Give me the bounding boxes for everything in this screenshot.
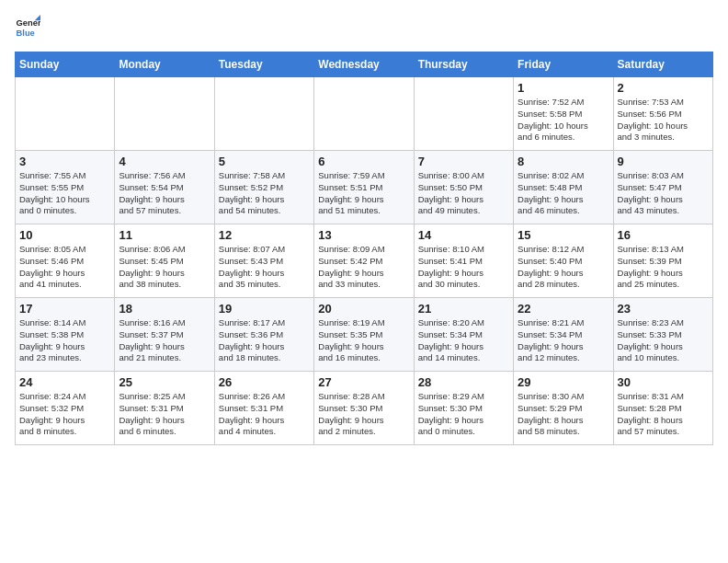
calendar-cell: 14Sunrise: 8:10 AM Sunset: 5:41 PM Dayli… <box>414 224 513 298</box>
calendar-cell: 23Sunrise: 8:23 AM Sunset: 5:33 PM Dayli… <box>613 298 712 372</box>
svg-text:Blue: Blue <box>17 29 35 38</box>
day-info: Sunrise: 7:52 AM Sunset: 5:58 PM Dayligh… <box>518 97 609 144</box>
calendar-cell: 24Sunrise: 8:24 AM Sunset: 5:32 PM Dayli… <box>16 372 115 445</box>
day-info: Sunrise: 8:17 AM Sunset: 5:36 PM Dayligh… <box>219 317 310 364</box>
day-number: 30 <box>618 375 709 389</box>
day-info: Sunrise: 8:10 AM Sunset: 5:41 PM Dayligh… <box>418 244 509 291</box>
day-number: 10 <box>19 228 110 242</box>
calendar-cell: 15Sunrise: 8:12 AM Sunset: 5:40 PM Dayli… <box>514 224 613 298</box>
day-header-friday: Friday <box>514 52 613 77</box>
day-header-thursday: Thursday <box>414 52 513 77</box>
calendar-cell: 27Sunrise: 8:28 AM Sunset: 5:30 PM Dayli… <box>314 372 414 445</box>
day-number: 1 <box>518 81 609 95</box>
day-info: Sunrise: 8:05 AM Sunset: 5:46 PM Dayligh… <box>19 244 110 291</box>
day-info: Sunrise: 8:12 AM Sunset: 5:40 PM Dayligh… <box>518 244 609 291</box>
day-info: Sunrise: 8:30 AM Sunset: 5:29 PM Dayligh… <box>518 391 609 438</box>
calendar-cell: 19Sunrise: 8:17 AM Sunset: 5:36 PM Dayli… <box>214 298 313 372</box>
day-number: 28 <box>418 375 509 389</box>
calendar-cell: 28Sunrise: 8:29 AM Sunset: 5:30 PM Dayli… <box>414 372 513 445</box>
calendar-cell: 12Sunrise: 8:07 AM Sunset: 5:43 PM Dayli… <box>214 224 313 298</box>
day-number: 22 <box>518 302 609 316</box>
logo-icon: General Blue <box>15 15 40 40</box>
day-number: 21 <box>418 302 509 316</box>
day-number: 15 <box>518 228 609 242</box>
logo: General Blue <box>15 15 42 40</box>
calendar-cell: 17Sunrise: 8:14 AM Sunset: 5:38 PM Dayli… <box>16 298 115 372</box>
day-info: Sunrise: 8:03 AM Sunset: 5:47 PM Dayligh… <box>618 170 709 217</box>
day-number: 27 <box>318 375 409 389</box>
day-number: 17 <box>19 302 110 316</box>
day-info: Sunrise: 8:23 AM Sunset: 5:33 PM Dayligh… <box>618 317 709 364</box>
calendar-cell: 3Sunrise: 7:55 AM Sunset: 5:55 PM Daylig… <box>16 151 115 224</box>
calendar-cell: 1Sunrise: 7:52 AM Sunset: 5:58 PM Daylig… <box>514 77 613 151</box>
day-number: 20 <box>318 302 409 316</box>
day-header-sunday: Sunday <box>16 52 115 77</box>
day-number: 6 <box>318 155 409 168</box>
day-info: Sunrise: 8:29 AM Sunset: 5:30 PM Dayligh… <box>418 391 509 438</box>
calendar-cell: 25Sunrise: 8:25 AM Sunset: 5:31 PM Dayli… <box>115 372 214 445</box>
day-info: Sunrise: 7:53 AM Sunset: 5:56 PM Dayligh… <box>618 97 709 144</box>
calendar-cell: 4Sunrise: 7:56 AM Sunset: 5:54 PM Daylig… <box>115 151 214 224</box>
calendar-table: SundayMondayTuesdayWednesdayThursdayFrid… <box>15 52 713 445</box>
day-number: 14 <box>418 228 509 242</box>
calendar-cell: 22Sunrise: 8:21 AM Sunset: 5:34 PM Dayli… <box>514 298 613 372</box>
day-info: Sunrise: 7:56 AM Sunset: 5:54 PM Dayligh… <box>119 170 210 217</box>
day-info: Sunrise: 7:59 AM Sunset: 5:51 PM Dayligh… <box>318 170 409 217</box>
day-info: Sunrise: 8:06 AM Sunset: 5:45 PM Dayligh… <box>119 244 210 291</box>
day-info: Sunrise: 8:14 AM Sunset: 5:38 PM Dayligh… <box>19 317 110 364</box>
day-header-tuesday: Tuesday <box>214 52 313 77</box>
day-info: Sunrise: 7:58 AM Sunset: 5:52 PM Dayligh… <box>219 170 310 217</box>
day-info: Sunrise: 8:24 AM Sunset: 5:32 PM Dayligh… <box>19 391 110 438</box>
calendar-cell <box>16 77 115 151</box>
day-info: Sunrise: 8:20 AM Sunset: 5:34 PM Dayligh… <box>418 317 509 364</box>
calendar-cell: 30Sunrise: 8:31 AM Sunset: 5:28 PM Dayli… <box>613 372 712 445</box>
day-number: 5 <box>219 155 310 168</box>
week-row-2: 3Sunrise: 7:55 AM Sunset: 5:55 PM Daylig… <box>16 151 713 224</box>
day-info: Sunrise: 8:09 AM Sunset: 5:42 PM Dayligh… <box>318 244 409 291</box>
day-number: 16 <box>618 228 709 242</box>
day-header-saturday: Saturday <box>613 52 712 77</box>
day-header-monday: Monday <box>115 52 214 77</box>
day-number: 24 <box>19 375 110 389</box>
day-info: Sunrise: 8:00 AM Sunset: 5:50 PM Dayligh… <box>418 170 509 217</box>
day-info: Sunrise: 8:16 AM Sunset: 5:37 PM Dayligh… <box>119 317 210 364</box>
day-info: Sunrise: 8:02 AM Sunset: 5:48 PM Dayligh… <box>518 170 609 217</box>
calendar-cell: 16Sunrise: 8:13 AM Sunset: 5:39 PM Dayli… <box>613 224 712 298</box>
calendar-cell: 9Sunrise: 8:03 AM Sunset: 5:47 PM Daylig… <box>613 151 712 224</box>
day-number: 11 <box>119 228 210 242</box>
day-number: 9 <box>618 155 709 168</box>
week-row-5: 24Sunrise: 8:24 AM Sunset: 5:32 PM Dayli… <box>16 372 713 445</box>
day-info: Sunrise: 8:28 AM Sunset: 5:30 PM Dayligh… <box>318 391 409 438</box>
calendar-cell: 13Sunrise: 8:09 AM Sunset: 5:42 PM Dayli… <box>314 224 414 298</box>
day-number: 25 <box>119 375 210 389</box>
day-number: 18 <box>119 302 210 316</box>
day-number: 26 <box>219 375 310 389</box>
calendar-cell: 5Sunrise: 7:58 AM Sunset: 5:52 PM Daylig… <box>214 151 313 224</box>
week-row-3: 10Sunrise: 8:05 AM Sunset: 5:46 PM Dayli… <box>16 224 713 298</box>
day-info: Sunrise: 7:55 AM Sunset: 5:55 PM Dayligh… <box>19 170 110 217</box>
day-info: Sunrise: 8:19 AM Sunset: 5:35 PM Dayligh… <box>318 317 409 364</box>
calendar-cell: 26Sunrise: 8:26 AM Sunset: 5:31 PM Dayli… <box>214 372 313 445</box>
calendar-cell: 6Sunrise: 7:59 AM Sunset: 5:51 PM Daylig… <box>314 151 414 224</box>
calendar-cell: 2Sunrise: 7:53 AM Sunset: 5:56 PM Daylig… <box>613 77 712 151</box>
calendar-cell <box>314 77 414 151</box>
day-info: Sunrise: 8:07 AM Sunset: 5:43 PM Dayligh… <box>219 244 310 291</box>
week-row-4: 17Sunrise: 8:14 AM Sunset: 5:38 PM Dayli… <box>16 298 713 372</box>
week-row-1: 1Sunrise: 7:52 AM Sunset: 5:58 PM Daylig… <box>16 77 713 151</box>
day-number: 13 <box>318 228 409 242</box>
calendar-cell: 29Sunrise: 8:30 AM Sunset: 5:29 PM Dayli… <box>514 372 613 445</box>
day-number: 12 <box>219 228 310 242</box>
day-number: 4 <box>119 155 210 168</box>
day-number: 8 <box>518 155 609 168</box>
calendar-cell: 18Sunrise: 8:16 AM Sunset: 5:37 PM Dayli… <box>115 298 214 372</box>
calendar-cell: 8Sunrise: 8:02 AM Sunset: 5:48 PM Daylig… <box>514 151 613 224</box>
day-number: 23 <box>618 302 709 316</box>
day-number: 2 <box>618 81 709 95</box>
calendar-cell: 10Sunrise: 8:05 AM Sunset: 5:46 PM Dayli… <box>16 224 115 298</box>
day-number: 19 <box>219 302 310 316</box>
calendar-cell: 7Sunrise: 8:00 AM Sunset: 5:50 PM Daylig… <box>414 151 513 224</box>
day-number: 7 <box>418 155 509 168</box>
day-info: Sunrise: 8:25 AM Sunset: 5:31 PM Dayligh… <box>119 391 210 438</box>
calendar-cell: 11Sunrise: 8:06 AM Sunset: 5:45 PM Dayli… <box>115 224 214 298</box>
calendar-cell: 20Sunrise: 8:19 AM Sunset: 5:35 PM Dayli… <box>314 298 414 372</box>
